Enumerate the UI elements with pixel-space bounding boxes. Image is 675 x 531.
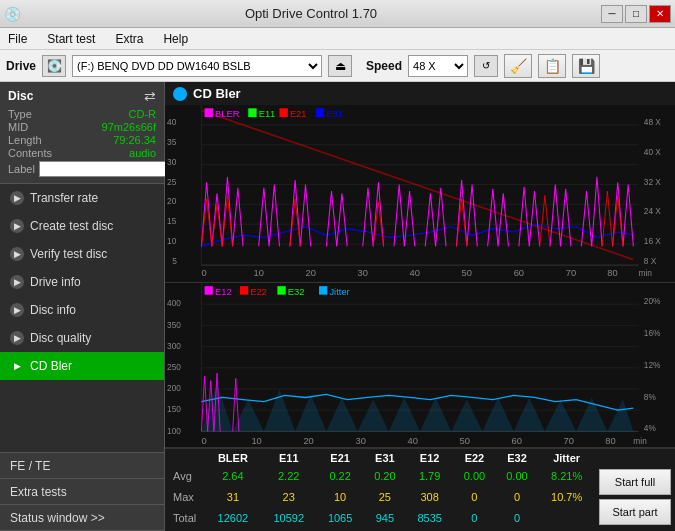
max-e31: 25	[364, 486, 407, 507]
sidebar-item-disc-quality[interactable]: ▶ Disc quality	[0, 324, 164, 352]
chart-icon	[173, 87, 187, 101]
sidebar-item-create-test-disc-label: Create test disc	[30, 219, 113, 233]
total-jitter	[538, 508, 595, 529]
svg-rect-39	[279, 108, 287, 117]
sidebar-item-transfer-rate[interactable]: ▶ Transfer rate	[0, 184, 164, 212]
max-e22: 0	[453, 486, 496, 507]
sidebar-item-cd-bler[interactable]: ▶ CD Bler	[0, 352, 164, 380]
disc-label-label: Label	[8, 163, 35, 175]
svg-text:60: 60	[512, 435, 522, 446]
disc-info-icon: ▶	[10, 303, 24, 317]
status-window-button[interactable]: Status window >>	[0, 505, 164, 531]
svg-text:30: 30	[355, 435, 365, 446]
refresh-button[interactable]: ↺	[474, 55, 498, 77]
speed-select[interactable]: 48 X	[408, 55, 468, 77]
sidebar-item-fe-te[interactable]: FE / TE	[0, 453, 164, 479]
chart-title: CD Bler	[193, 86, 241, 101]
save-button[interactable]: 💾	[572, 54, 600, 78]
stats-buttons: Start full Start part	[595, 465, 675, 529]
drive-label: Drive	[6, 59, 36, 73]
eject-button[interactable]: ⏏	[328, 55, 352, 77]
col-e32: E32	[496, 451, 539, 465]
avg-jitter: 8.21%	[538, 465, 595, 486]
disc-refresh-button[interactable]: ⇄	[144, 88, 156, 104]
svg-text:E11: E11	[259, 108, 276, 119]
total-bler: 12602	[205, 508, 261, 529]
svg-text:16 X: 16 X	[644, 236, 661, 246]
svg-text:30: 30	[358, 267, 368, 278]
sidebar-item-extra-tests[interactable]: Extra tests	[0, 479, 164, 505]
disc-type-label: Type	[8, 108, 32, 120]
erase-button[interactable]: 🧹	[504, 54, 532, 78]
copy-button[interactable]: 📋	[538, 54, 566, 78]
svg-text:E32: E32	[288, 285, 305, 296]
svg-text:Jitter: Jitter	[329, 285, 349, 296]
total-e11: 10592	[261, 508, 317, 529]
disc-label-input[interactable]	[39, 161, 168, 177]
sidebar-item-create-test-disc[interactable]: ▶ Create test disc	[0, 212, 164, 240]
svg-rect-81	[319, 286, 327, 294]
svg-text:80: 80	[607, 267, 617, 278]
sidebar-item-drive-info[interactable]: ▶ Drive info	[0, 268, 164, 296]
svg-text:250: 250	[167, 362, 181, 372]
svg-text:20: 20	[306, 267, 316, 278]
transfer-rate-icon: ▶	[10, 191, 24, 205]
charts-area: 0 10 20 30 40 50 60 70 80 min 40 35 30 2…	[165, 105, 675, 448]
chart1-container: 0 10 20 30 40 50 60 70 80 min 40 35 30 2…	[165, 105, 675, 283]
svg-rect-75	[205, 286, 213, 294]
app-title: Opti Drive Control 1.70	[21, 6, 601, 21]
svg-rect-35	[205, 108, 213, 117]
svg-text:16%: 16%	[644, 328, 661, 338]
sidebar-item-extra-tests-label: Extra tests	[10, 485, 67, 499]
menu-extra[interactable]: Extra	[111, 30, 147, 48]
svg-text:50: 50	[460, 435, 470, 446]
svg-text:min: min	[639, 268, 653, 278]
titlebar: 💿 Opti Drive Control 1.70 ─ □ ✕	[0, 0, 675, 28]
max-e12: 308	[406, 486, 453, 507]
svg-text:0: 0	[201, 435, 206, 446]
menu-help[interactable]: Help	[159, 30, 192, 48]
drive-icon-button[interactable]: 💽	[42, 55, 66, 77]
svg-text:min: min	[633, 436, 647, 446]
disc-mid-value: 97m26s66f	[102, 121, 156, 133]
menu-file[interactable]: File	[4, 30, 31, 48]
total-e31: 945	[364, 508, 407, 529]
disc-panel-title: Disc	[8, 89, 33, 103]
svg-text:60: 60	[514, 267, 524, 278]
sidebar: Disc ⇄ Type CD-R MID 97m26s66f Length 79…	[0, 82, 165, 531]
svg-text:35: 35	[167, 137, 176, 147]
svg-text:4%: 4%	[644, 423, 657, 433]
svg-text:12%: 12%	[644, 359, 661, 369]
drive-select[interactable]: (F:) BENQ DVD DD DW1640 BSLB	[72, 55, 322, 77]
avg-bler: 2.64	[205, 465, 261, 486]
start-full-button[interactable]: Start full	[599, 469, 671, 495]
total-e21: 1065	[317, 508, 364, 529]
svg-text:20%: 20%	[644, 296, 661, 306]
svg-text:40: 40	[408, 435, 418, 446]
restore-button[interactable]: □	[625, 5, 647, 23]
col-e21: E21	[317, 451, 364, 465]
content-area: CD Bler	[165, 82, 675, 531]
drivebar: Drive 💽 (F:) BENQ DVD DD DW1640 BSLB ⏏ S…	[0, 50, 675, 82]
svg-text:40: 40	[410, 267, 420, 278]
max-jitter: 10.7%	[538, 486, 595, 507]
create-test-disc-icon: ▶	[10, 219, 24, 233]
start-part-button[interactable]: Start part	[599, 499, 671, 525]
col-e11: E11	[261, 451, 317, 465]
disc-contents-value: audio	[129, 147, 156, 159]
disc-length-label: Length	[8, 134, 42, 146]
disc-type-value: CD-R	[129, 108, 157, 120]
svg-rect-37	[248, 108, 256, 117]
sidebar-item-verify-test-disc[interactable]: ▶ Verify test disc	[0, 240, 164, 268]
svg-text:48 X: 48 X	[644, 117, 661, 127]
avg-e11: 2.22	[261, 465, 317, 486]
svg-text:10: 10	[253, 267, 263, 278]
svg-text:20: 20	[167, 196, 176, 206]
svg-text:0: 0	[201, 267, 206, 278]
sidebar-item-drive-info-label: Drive info	[30, 275, 81, 289]
sidebar-item-fe-te-label: FE / TE	[10, 459, 50, 473]
minimize-button[interactable]: ─	[601, 5, 623, 23]
close-button[interactable]: ✕	[649, 5, 671, 23]
menu-start-test[interactable]: Start test	[43, 30, 99, 48]
sidebar-item-disc-info[interactable]: ▶ Disc info	[0, 296, 164, 324]
